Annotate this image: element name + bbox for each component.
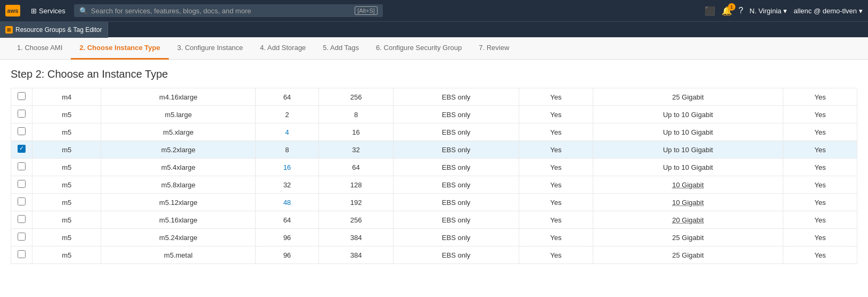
- network-cell: 20 Gigabit: [593, 211, 783, 229]
- row-checkbox-selected[interactable]: [18, 145, 26, 153]
- row-checkbox-cell[interactable]: [11, 159, 32, 176]
- table-row[interactable]: m5m5.24xlarge96384EBS onlyYes25 GigabitY…: [11, 229, 857, 246]
- resource-groups-button[interactable]: ⊞ Resource Groups & Tag Editor: [0, 22, 108, 38]
- services-button[interactable]: ⊞ Services: [27, 5, 70, 17]
- help-icon-button[interactable]: ?: [739, 6, 743, 15]
- row-checkbox-cell[interactable]: [11, 123, 32, 141]
- table-row[interactable]: m5m5.2xlarge832EBS onlyYesUp to 10 Gigab…: [11, 141, 857, 159]
- row-checkbox[interactable]: [18, 92, 26, 100]
- chevron-down-icon-user: ▾: [859, 7, 863, 15]
- ebs-opt-cell: Yes: [519, 88, 593, 106]
- resource-bar: ⊞ Resource Groups & Tag Editor: [0, 21, 868, 37]
- family-cell: m5: [32, 246, 101, 264]
- family-cell: m5: [32, 229, 101, 246]
- search-bar[interactable]: 🔍 [Alt+S]: [74, 4, 383, 17]
- row-checkbox[interactable]: [18, 233, 26, 241]
- type-cell: m5.metal: [101, 246, 256, 264]
- wizard-step-5[interactable]: 5. Add Tags: [314, 37, 367, 60]
- row-checkbox[interactable]: [18, 110, 26, 118]
- resource-groups-label: Resource Groups & Tag Editor: [15, 26, 102, 34]
- row-checkbox-cell[interactable]: [11, 88, 32, 106]
- row-checkbox-cell[interactable]: [11, 176, 32, 194]
- table-row[interactable]: m4m4.16xlarge64256EBS onlyYes25 GigabitY…: [11, 88, 857, 106]
- row-checkbox-cell[interactable]: [11, 106, 32, 123]
- ebs-opt-cell: Yes: [519, 141, 593, 159]
- search-icon: 🔍: [79, 7, 88, 15]
- ipv6-cell: Yes: [783, 176, 857, 194]
- storage-cell: EBS only: [394, 88, 519, 106]
- row-checkbox-cell[interactable]: [11, 194, 32, 211]
- family-cell: m5: [32, 176, 101, 194]
- table-row[interactable]: m5m5.12xlarge48192EBS onlyYes10 GigabitY…: [11, 194, 857, 211]
- type-cell: m5.8xlarge: [101, 176, 256, 194]
- vcpus-cell[interactable]: 4: [256, 123, 319, 141]
- row-checkbox[interactable]: [18, 162, 26, 170]
- row-checkbox-cell[interactable]: [11, 246, 32, 264]
- table-row[interactable]: m5m5.8xlarge32128EBS onlyYes10 GigabitYe…: [11, 176, 857, 194]
- table-row[interactable]: m5m5.metal96384EBS onlyYes25 GigabitYes: [11, 246, 857, 264]
- ebs-opt-cell: Yes: [519, 159, 593, 176]
- ebs-opt-cell: Yes: [519, 229, 593, 246]
- family-cell: m5: [32, 106, 101, 123]
- type-cell: m4.16xlarge: [101, 88, 256, 106]
- row-checkbox-cell[interactable]: [11, 229, 32, 246]
- table-row[interactable]: m5m5.16xlarge64256EBS onlyYes20 GigabitY…: [11, 211, 857, 229]
- row-checkbox[interactable]: [18, 180, 26, 188]
- wizard-step-3[interactable]: 3. Configure Instance: [169, 37, 252, 60]
- type-cell: m5.4xlarge: [101, 159, 256, 176]
- region-selector[interactable]: N. Virginia ▾: [750, 7, 788, 15]
- ipv6-cell: Yes: [783, 88, 857, 106]
- wizard-step-7[interactable]: 7. Review: [470, 37, 518, 60]
- vcpus-cell[interactable]: 48: [256, 194, 319, 211]
- region-label: N. Virginia: [750, 7, 782, 15]
- terminal-icon-button[interactable]: ⬛: [705, 6, 715, 16]
- type-cell: m5.2xlarge: [101, 141, 256, 159]
- type-cell: m5.xlarge: [101, 123, 256, 141]
- help-icon: ?: [739, 6, 743, 15]
- row-checkbox[interactable]: [18, 215, 26, 223]
- row-checkbox-cell[interactable]: [11, 211, 32, 229]
- network-cell: Up to 10 Gigabit: [593, 141, 783, 159]
- vcpus-cell: 8: [256, 141, 319, 159]
- vcpus-cell[interactable]: 16: [256, 159, 319, 176]
- ebs-opt-cell: Yes: [519, 123, 593, 141]
- storage-cell: EBS only: [394, 176, 519, 194]
- ebs-opt-cell: Yes: [519, 211, 593, 229]
- storage-cell: EBS only: [394, 246, 519, 264]
- notification-badge: 1: [728, 3, 735, 11]
- aws-logo[interactable]: aws: [5, 5, 20, 16]
- table-row[interactable]: m5m5.xlarge416EBS onlyYesUp to 10 Gigabi…: [11, 123, 857, 141]
- table-row[interactable]: m5m5.large28EBS onlyYesUp to 10 GigabitY…: [11, 106, 857, 123]
- storage-cell: EBS only: [394, 194, 519, 211]
- network-cell: Up to 10 Gigabit: [593, 159, 783, 176]
- type-cell: m5.12xlarge: [101, 194, 256, 211]
- user-menu[interactable]: allenc @ demo-tlven ▾: [793, 7, 863, 15]
- wizard-step-6[interactable]: 6. Configure Security Group: [367, 37, 470, 60]
- type-cell: m5.large: [101, 106, 256, 123]
- search-input[interactable]: [91, 7, 351, 15]
- wizard-step-4[interactable]: 4. Add Storage: [251, 37, 314, 60]
- storage-cell: EBS only: [394, 229, 519, 246]
- row-checkbox[interactable]: [18, 197, 26, 205]
- ebs-opt-cell: Yes: [519, 176, 593, 194]
- row-checkbox[interactable]: [18, 250, 26, 258]
- ipv6-cell: Yes: [783, 246, 857, 264]
- ebs-opt-cell: Yes: [519, 106, 593, 123]
- storage-cell: EBS only: [394, 211, 519, 229]
- row-checkbox[interactable]: [18, 127, 26, 135]
- wizard-step-1[interactable]: 1. Choose AMI: [9, 37, 71, 60]
- ipv6-cell: Yes: [783, 229, 857, 246]
- family-cell: m5: [32, 123, 101, 141]
- storage-cell: EBS only: [394, 159, 519, 176]
- memory-cell: 16: [318, 123, 393, 141]
- bell-icon-button[interactable]: 🔔 1: [722, 6, 732, 16]
- page-title: Step 2: Choose an Instance Type: [11, 68, 857, 80]
- wizard-step-2[interactable]: 2. Choose Instance Type: [71, 37, 168, 60]
- ipv6-cell: Yes: [783, 159, 857, 176]
- network-cell: Up to 10 Gigabit: [593, 123, 783, 141]
- network-cell: 10 Gigabit: [593, 194, 783, 211]
- network-cell: 25 Gigabit: [593, 88, 783, 106]
- table-row[interactable]: m5m5.4xlarge1664EBS onlyYesUp to 10 Giga…: [11, 159, 857, 176]
- row-checkbox-cell[interactable]: [11, 141, 32, 159]
- ipv6-cell: Yes: [783, 194, 857, 211]
